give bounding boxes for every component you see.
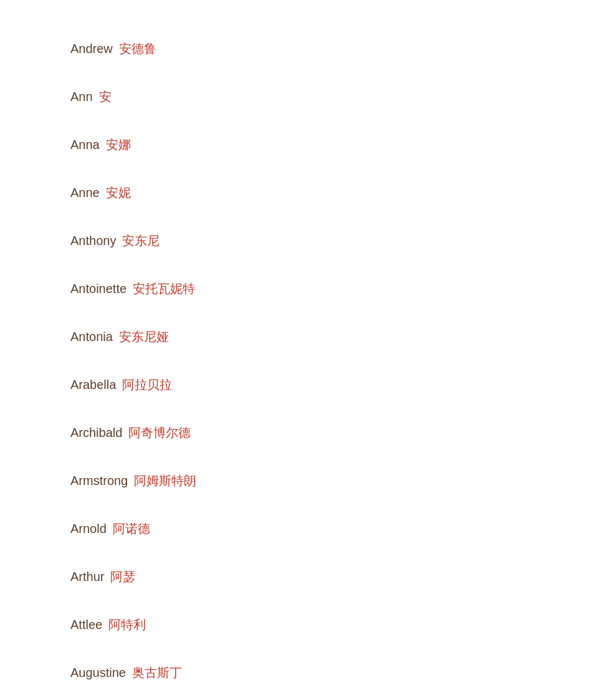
english-name: Ann <box>70 90 93 104</box>
chinese-name: 奥古斯丁 <box>132 664 182 681</box>
chinese-name: 阿瑟 <box>110 568 135 585</box>
list-item: Arabella 阿拉贝拉 <box>70 361 589 409</box>
chinese-name: 安托瓦妮特 <box>133 280 195 297</box>
english-name: Arabella <box>70 378 116 392</box>
chinese-name: 阿拉贝拉 <box>122 376 172 393</box>
list-item: Attlee 阿特利 <box>70 601 589 649</box>
list-item: Arthur 阿瑟 <box>70 553 589 601</box>
chinese-name: 安 <box>99 89 112 105</box>
list-item: Anthony 安东尼 <box>70 217 589 265</box>
english-name: Arnold <box>70 522 107 536</box>
list-item: Augustine 奥古斯丁 <box>70 649 589 697</box>
name-list: Andrew 安德鲁Ann 安Anna 安娜Anne 安妮Anthony 安东尼… <box>0 0 589 700</box>
list-item: Ann 安 <box>70 73 589 121</box>
chinese-name: 安德鲁 <box>119 41 156 57</box>
chinese-name: 阿诺德 <box>113 520 150 537</box>
chinese-name: 阿奇博尔德 <box>128 424 191 441</box>
english-name: Arthur <box>70 570 104 584</box>
chinese-name: 阿特利 <box>108 616 146 633</box>
chinese-name: 阿姆斯特朗 <box>134 472 196 489</box>
english-name: Augustine <box>70 666 126 680</box>
english-name: Anthony <box>70 234 116 248</box>
chinese-name: 安东尼娅 <box>119 328 169 345</box>
list-item: Andrew 安德鲁 <box>70 25 589 73</box>
list-item: Archibald 阿奇博尔德 <box>70 409 589 457</box>
chinese-name: 安妮 <box>106 185 131 201</box>
list-item: Anne 安妮 <box>70 169 589 217</box>
list-item: Antonia 安东尼娅 <box>70 313 589 361</box>
english-name: Archibald <box>70 426 122 440</box>
chinese-name: 安娜 <box>106 137 131 153</box>
list-item: Antoinette 安托瓦妮特 <box>70 265 589 313</box>
english-name: Anne <box>70 186 100 200</box>
english-name: Anna <box>70 138 100 152</box>
list-item: Anna 安娜 <box>70 121 589 169</box>
english-name: Attlee <box>70 618 102 632</box>
english-name: Armstrong <box>70 474 128 488</box>
english-name: Antonia <box>70 330 113 344</box>
chinese-name: 安东尼 <box>122 233 160 249</box>
english-name: Andrew <box>70 42 113 56</box>
list-item: Armstrong 阿姆斯特朗 <box>70 457 589 505</box>
english-name: Antoinette <box>70 282 127 296</box>
list-item: Arnold 阿诺德 <box>70 505 589 553</box>
